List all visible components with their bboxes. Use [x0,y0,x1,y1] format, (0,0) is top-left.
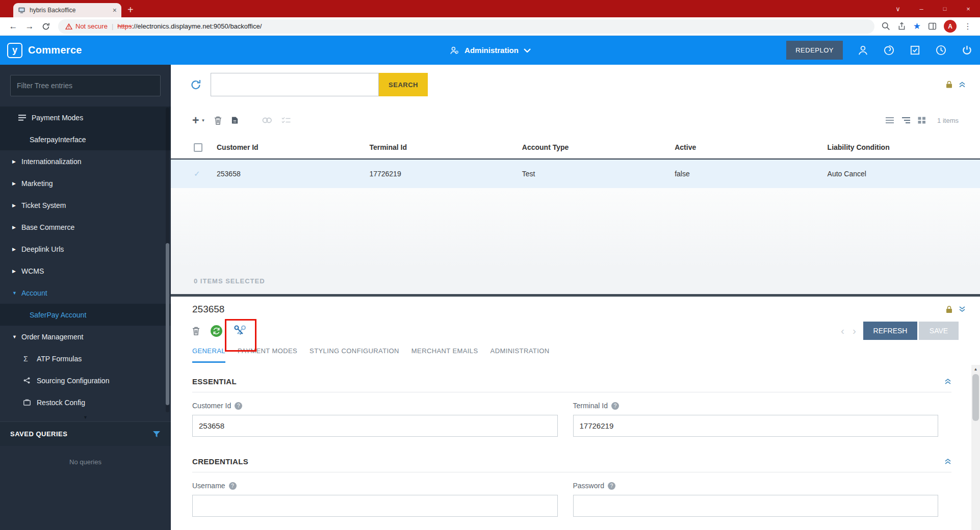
sidebar-item-marketing[interactable]: ▶ Marketing [0,172,171,194]
help-icon[interactable]: ? [229,482,237,490]
window-maximize-button[interactable]: □ [933,0,957,17]
section-collapse-icon[interactable] [944,378,951,385]
browser-menu-icon[interactable]: ⋮ [964,21,972,31]
lock-icon[interactable] [946,81,952,89]
view-list-icon[interactable] [885,117,894,124]
redeploy-button[interactable]: REDEPLOY [786,41,843,60]
search-input[interactable] [211,73,379,96]
sidebar-item-saferpayinterface[interactable]: SaferpayInterface [0,128,171,150]
help-icon[interactable]: ? [611,402,619,410]
tree-filter-input[interactable] [10,75,161,96]
cell-liability-condition: Auto Cancel [828,170,980,178]
collapsed-arrow-icon[interactable]: ▶ [12,247,21,252]
lock-icon[interactable] [946,306,952,313]
username-input[interactable] [192,495,558,517]
sidebar-item-order-management[interactable]: ▼ Order Management [0,326,171,348]
user-icon[interactable] [857,44,869,56]
coupling-icon[interactable] [262,117,272,124]
perspective-selector[interactable]: Administration [449,45,531,56]
zoom-icon[interactable] [882,22,890,31]
field-customer-id: Customer Id ? [192,402,558,437]
collapsed-arrow-icon[interactable]: ▶ [12,181,21,186]
tab-styling-configuration[interactable]: STYLING CONFIGURATION [310,346,399,363]
reset-search-icon[interactable] [190,80,201,90]
delete-icon[interactable] [214,116,222,125]
column-header-active[interactable]: Active [675,143,827,151]
reload-button[interactable] [38,19,54,34]
window-minimize-button[interactable]: – [910,0,933,17]
tab-search-icon[interactable]: ∨ [886,0,910,17]
sync-icon[interactable] [210,325,223,337]
collapse-down-icon[interactable] [959,306,966,313]
column-header-account-type[interactable]: Account Type [522,143,675,151]
export-icon[interactable] [231,116,239,124]
view-tree-icon[interactable] [901,117,911,124]
refresh-button[interactable]: REFRESH [863,322,917,340]
detail-scrollbar[interactable]: ▲ [971,365,980,530]
table-row[interactable]: ✓ 253658 17726219 Test false Auto Cancel [171,160,980,188]
section-collapse-icon[interactable] [944,458,951,465]
tasks-check-icon[interactable] [909,44,921,56]
scrollbar-thumb[interactable] [972,374,979,421]
sidebar-item-restock-config[interactable]: Restock Config [0,391,171,413]
tab-close-icon[interactable]: × [113,7,117,14]
column-header-liability-condition[interactable]: Liability Condition [828,143,980,151]
profile-avatar[interactable]: A [944,20,957,33]
collapsed-arrow-icon[interactable]: ▶ [12,269,21,274]
delete-icon[interactable] [192,327,200,335]
logout-power-icon[interactable] [961,44,973,56]
tree-scrollbar-thumb[interactable] [166,243,169,405]
help-icon[interactable]: ? [608,482,615,490]
share-icon[interactable] [897,22,906,31]
browser-tab[interactable]: hybris Backoffice × [13,3,121,17]
side-panel-icon[interactable] [928,22,937,31]
collapsed-arrow-icon[interactable]: ▶ [12,203,21,208]
column-header-customer-id[interactable]: Customer Id [217,143,369,151]
tab-merchant-emails[interactable]: MERCHANT EMAILS [411,346,478,363]
back-button[interactable]: ← [5,19,21,34]
tab-payment-modes[interactable]: PAYMENT MODES [238,346,297,363]
sidebar-item-atp-formulas[interactable]: Σ ATP Formulas [0,348,171,369]
scrollbar-up-icon[interactable]: ▲ [971,365,980,374]
keys-icon[interactable] [233,324,247,337]
next-item-icon[interactable]: › [852,325,857,337]
multi-edit-icon[interactable] [281,117,291,124]
window-close-button[interactable]: × [957,0,980,17]
sidebar-item-sourcing-configuration[interactable]: Sourcing Configuration [0,369,171,391]
tab-administration[interactable]: ADMINISTRATION [491,346,550,363]
collapsed-arrow-icon[interactable]: ▶ [12,159,21,164]
tree-scroll-down-icon[interactable]: ▼ [0,413,171,421]
sidebar-item-base-commerce[interactable]: ▶ Base Commerce [0,216,171,238]
filter-funnel-icon[interactable] [152,431,161,438]
clock-icon[interactable] [935,44,947,56]
column-header-terminal-id[interactable]: Terminal Id [369,143,522,151]
bookmark-star-icon[interactable]: ★ [913,21,921,32]
help-icon[interactable]: ? [235,402,242,410]
terminal-id-input[interactable] [573,415,939,437]
sidebar-item-ticket-system[interactable]: ▶ Ticket System [0,194,171,216]
collapsed-arrow-icon[interactable]: ▶ [12,225,21,230]
select-all-checkbox[interactable] [194,143,202,152]
forward-button[interactable]: → [21,19,38,34]
sidebar-item-payment-modes[interactable]: Payment Modes [0,107,171,128]
collapse-up-icon[interactable] [959,82,966,88]
customer-id-input[interactable] [192,415,558,437]
sidebar-item-account[interactable]: ▼ Account [0,282,171,304]
view-grid-icon[interactable] [918,117,926,124]
save-button[interactable]: SAVE [919,322,959,340]
not-secure-chip[interactable]: Not secure [65,22,108,30]
search-button[interactable]: SEARCH [379,73,428,96]
sidebar-item-wcms[interactable]: ▶ WCMS [0,260,171,282]
new-tab-button[interactable]: + [127,5,134,15]
prev-item-icon[interactable]: ‹ [840,325,845,337]
password-input[interactable] [573,495,939,517]
add-item-button[interactable]: + ▼ [192,115,205,126]
expanded-arrow-icon[interactable]: ▼ [12,334,21,339]
sidebar-item-saferpay-account[interactable]: SaferPay Account [0,304,171,326]
sidebar-item-internationalization[interactable]: ▶ Internationalization [0,150,171,172]
tab-general[interactable]: GENERAL [192,346,225,363]
hybris-swirl-icon[interactable] [883,44,895,56]
sidebar-item-deeplink-urls[interactable]: ▶ Deeplink Urls [0,238,171,260]
expanded-arrow-icon[interactable]: ▼ [12,290,21,296]
address-bar[interactable]: Not secure | https://electronics.display… [58,19,874,34]
